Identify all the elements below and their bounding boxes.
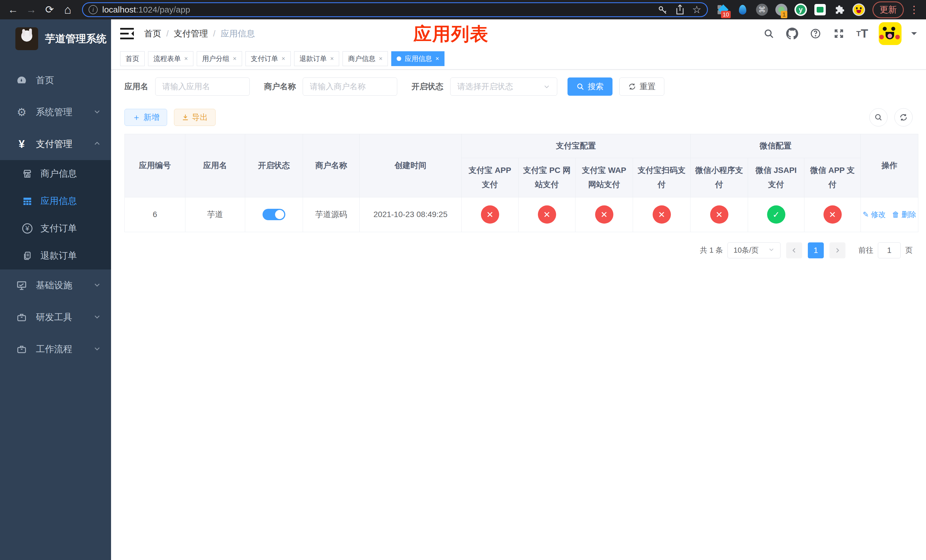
sidebar-item-merchant-info[interactable]: 商户信息	[0, 160, 111, 188]
bookmark-star-icon[interactable]: ☆	[692, 4, 701, 16]
merchant-name-input[interactable]	[303, 77, 397, 96]
cell-merchant: 芋道源码	[303, 197, 360, 232]
col-header-wx-app: 微信 APP 支付	[804, 158, 861, 197]
extension-emoji-icon[interactable]	[853, 3, 865, 16]
prev-page-button[interactable]	[786, 242, 802, 258]
sidebar-item-workflow[interactable]: 工作流程	[0, 333, 111, 365]
extension-chat-icon[interactable]	[814, 3, 826, 16]
search-button[interactable]: 搜索	[567, 77, 613, 96]
close-icon[interactable]: ×	[379, 55, 383, 62]
group-header-alipay: 支付宝配置	[461, 134, 690, 158]
col-header-alipay-app: 支付宝 APP 支付	[461, 158, 519, 197]
avatar[interactable]	[879, 27, 902, 41]
export-button[interactable]: 导出	[174, 109, 216, 126]
sidebar-item-label: 系统管理	[36, 106, 94, 118]
browser-update-button[interactable]: 更新	[873, 2, 904, 18]
toggle-search-button[interactable]	[869, 108, 888, 127]
col-header-wx-mini: 微信小程序支付	[690, 158, 748, 197]
help-icon[interactable]	[809, 27, 822, 41]
search-icon[interactable]	[762, 27, 776, 41]
sidebar-item-label: 应用信息	[41, 195, 77, 207]
chevron-down-icon	[94, 107, 101, 118]
status-check-icon: ✓	[767, 205, 785, 224]
sidebar-item-system[interactable]: ⚙ 系统管理	[0, 96, 111, 128]
sidebar-item-dev-tools[interactable]: 研发工具	[0, 301, 111, 333]
browser-menu-icon[interactable]: ⋮	[909, 4, 919, 16]
col-header-wx-jsapi: 微信 JSAPI 支付	[748, 158, 804, 197]
sidebar-item-infrastructure[interactable]: 基础设施	[0, 269, 111, 301]
sidebar-item-pay-orders[interactable]: ¥ 支付订单	[0, 215, 111, 242]
close-icon[interactable]: ×	[281, 55, 285, 62]
breadcrumb-home[interactable]: 首页	[144, 28, 161, 39]
address-bar[interactable]: i localhost:1024/pay/app ☆	[82, 2, 708, 17]
sidebar-item-home[interactable]: 首页	[0, 64, 111, 96]
sidebar-item-refund-orders[interactable]: 退款订单	[0, 242, 111, 269]
pagination: 共 1 条 10条/页 1 前往 页	[124, 242, 912, 258]
tag-process-form[interactable]: 流程表单×	[148, 51, 193, 66]
browser-home-icon[interactable]: ⌂	[60, 2, 76, 18]
chevron-down-icon	[94, 312, 101, 323]
red-annotation-label: 应用列表	[413, 22, 489, 47]
sidebar-item-app-info[interactable]: 应用信息	[0, 188, 111, 215]
close-icon[interactable]: ×	[233, 55, 237, 62]
edit-link[interactable]: ✎ 修改	[862, 210, 885, 219]
avatar-image	[879, 22, 902, 45]
browser-reload-icon[interactable]: ⟳	[42, 2, 57, 18]
col-header-merchant: 商户名称	[303, 134, 360, 197]
status-toggle[interactable]	[263, 209, 285, 220]
close-icon[interactable]: ×	[330, 55, 334, 62]
site-info-icon[interactable]: i	[89, 5, 98, 14]
sidebar-collapse-icon[interactable]	[120, 27, 134, 40]
password-key-icon[interactable]	[658, 5, 668, 15]
add-button[interactable]: ＋ 新增	[124, 109, 167, 126]
font-size-icon[interactable]: TT	[855, 27, 869, 41]
github-icon[interactable]	[785, 27, 799, 41]
next-page-button[interactable]	[829, 242, 846, 258]
app-title: 芋道管理系统	[45, 32, 106, 46]
browser-forward-icon[interactable]: →	[23, 2, 39, 18]
sidebar-item-label: 首页	[36, 74, 101, 86]
close-icon[interactable]: ×	[436, 55, 439, 62]
tag-user-group[interactable]: 用户分组×	[197, 51, 242, 66]
refresh-table-button[interactable]	[894, 108, 912, 127]
tag-home[interactable]: 首页	[120, 51, 145, 66]
status-select[interactable]: 请选择开启状态	[450, 77, 557, 96]
tag-app-info[interactable]: 应用信息×	[391, 51, 445, 66]
reset-button[interactable]: 重置	[619, 77, 664, 96]
extension-recorder-icon[interactable]: 1	[775, 3, 788, 16]
extension-y-icon[interactable]: y	[794, 3, 807, 16]
search-icon	[874, 113, 883, 122]
sidebar-item-label: 支付管理	[36, 138, 94, 150]
sidebar-logo[interactable]: 芋道管理系统	[0, 20, 111, 57]
delete-link[interactable]: 🗑 删除	[892, 210, 916, 219]
goto-page-input[interactable]	[878, 242, 901, 258]
close-icon[interactable]: ×	[184, 55, 188, 62]
fullscreen-icon[interactable]	[832, 27, 846, 41]
browser-back-icon[interactable]: ←	[5, 2, 21, 18]
tag-refund-orders[interactable]: 退款订单×	[294, 51, 339, 66]
sidebar-item-label: 工作流程	[36, 343, 94, 356]
extensions-puzzle-icon[interactable]	[833, 3, 846, 16]
extension-balloon-icon[interactable]	[736, 3, 749, 16]
tag-pay-orders[interactable]: 支付订单×	[245, 51, 291, 66]
breadcrumb-payment[interactable]: 支付管理	[174, 28, 208, 39]
url-host: localhost	[102, 5, 136, 14]
app-name-input[interactable]	[155, 77, 250, 96]
url-text[interactable]: localhost:1024/pay/app	[102, 5, 653, 15]
page-size-select[interactable]: 10条/页	[728, 242, 781, 258]
chevron-up-icon	[94, 139, 101, 150]
page-number-button[interactable]: 1	[808, 242, 824, 258]
cell-actions: ✎ 修改 🗑 删除	[861, 197, 918, 232]
avatar-caret-icon[interactable]	[911, 32, 917, 38]
page-unit-label: 页	[905, 245, 912, 255]
tag-merchant-info[interactable]: 商户信息×	[342, 51, 388, 66]
breadcrumb-current: 应用信息	[221, 28, 255, 39]
col-header-alipay-pc: 支付宝 PC 网站支付	[519, 158, 575, 197]
share-icon[interactable]	[675, 5, 685, 15]
yen-icon: ¥	[15, 138, 28, 150]
col-header-alipay-qr: 支付宝扫码支付	[633, 158, 690, 197]
extension-pin-icon[interactable]: 10	[717, 3, 729, 16]
extension-command-icon[interactable]: ⌘	[756, 3, 768, 16]
cell-app-id: 6	[125, 197, 185, 232]
sidebar-item-payment[interactable]: ¥ 支付管理	[0, 128, 111, 160]
